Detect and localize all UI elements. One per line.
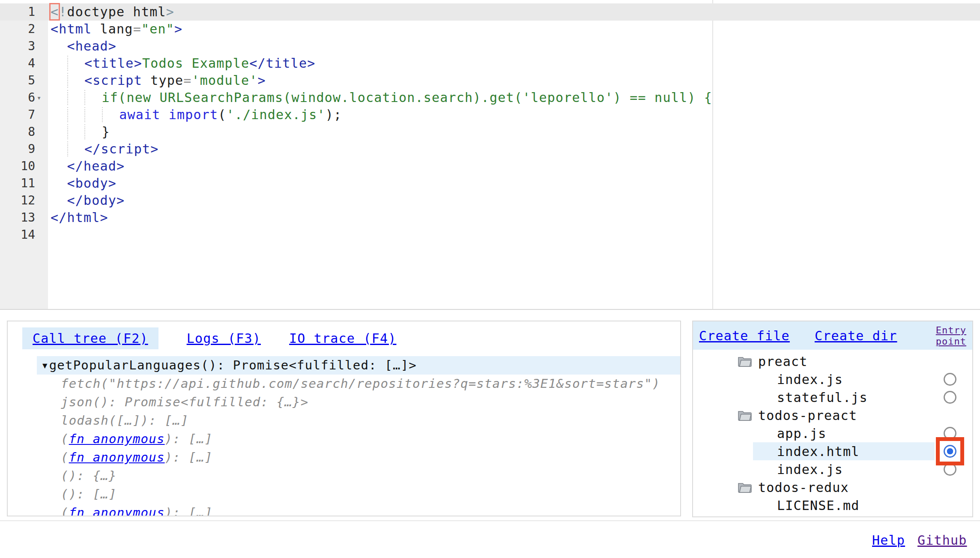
- file-tree-item[interactable]: index.js: [693, 460, 972, 478]
- code-line[interactable]: 2<html lang="en">: [0, 21, 980, 38]
- entry-point-header-line2[interactable]: point: [936, 336, 966, 347]
- fn-anonymous-link[interactable]: fn anonymous: [69, 432, 165, 446]
- fold-column: [35, 226, 48, 243]
- file-tree-dir[interactable]: todos-redux: [693, 478, 972, 496]
- code-line[interactable]: 5 <script type='module'>: [0, 72, 980, 89]
- file-panel-header: Create file Create dir Entry point: [693, 321, 972, 350]
- code-line-text: <title>Todos Example</title>: [48, 55, 315, 72]
- call-tree-row[interactable]: (fn anonymous): […]: [37, 430, 680, 448]
- fn-anonymous-link[interactable]: fn anonymous: [69, 505, 165, 516]
- entry-point-radio[interactable]: [944, 445, 956, 458]
- code-line[interactable]: 13</html>: [0, 209, 980, 226]
- token: [92, 21, 100, 36]
- code-line[interactable]: 12 </body>: [0, 192, 980, 209]
- token: [84, 90, 102, 105]
- code-line[interactable]: 9 </script>: [0, 141, 980, 158]
- call-tree-text: getPopularLanguages(): Promise<fulfilled…: [49, 358, 417, 372]
- token: >: [174, 21, 182, 36]
- code-line[interactable]: 10 </head>: [0, 158, 980, 175]
- file-tree-item[interactable]: index.html: [693, 442, 972, 460]
- fold-arrow-icon[interactable]: ▾: [35, 89, 48, 106]
- code-line[interactable]: 14: [0, 226, 980, 243]
- token: './index.js': [227, 107, 326, 122]
- file-tree-item[interactable]: LICENSE.md: [693, 496, 972, 514]
- reopen-run-window-link[interactable]: (Re)open run window (F7): [491, 524, 648, 558]
- fold-column: [35, 72, 48, 89]
- create-dir-link[interactable]: Create dir: [815, 328, 897, 343]
- line-number-cell: 12: [0, 192, 48, 209]
- line-number-cell: 1: [0, 3, 48, 21]
- token: [67, 124, 85, 139]
- line-number: 11: [21, 175, 35, 192]
- call-tree-row[interactable]: ▾getPopularLanguages(): Promise<fulfille…: [37, 356, 680, 375]
- token: );: [326, 107, 342, 122]
- entry-point-cell: [928, 388, 972, 406]
- clear-io-trace-link[interactable]: Clear IO trace (F6): [307, 524, 422, 558]
- tab-io-trace[interactable]: IO trace (F4): [289, 331, 396, 346]
- fold-column: [35, 55, 48, 72]
- line-number-cell: 7: [0, 106, 48, 123]
- file-tree-item[interactable]: stateful.js: [693, 388, 972, 406]
- line-number: 2: [28, 21, 35, 38]
- code-line[interactable]: 8 }: [0, 123, 980, 141]
- call-tree-row[interactable]: (fn anonymous): […]: [37, 448, 680, 467]
- help-link[interactable]: Help: [872, 531, 905, 549]
- file-tree-dir[interactable]: todos-preact: [693, 406, 972, 424]
- token: [51, 159, 67, 174]
- token: <title>: [84, 56, 142, 71]
- token: [51, 141, 67, 156]
- entry-point-marker: [936, 437, 964, 465]
- code-line[interactable]: 3 <head>: [0, 38, 980, 55]
- fn-anonymous-link[interactable]: fn anonymous: [69, 450, 165, 465]
- call-tree-row[interactable]: fetch("https://api.github.com/search/rep…: [37, 375, 680, 393]
- tab-logs[interactable]: Logs (F3): [187, 331, 261, 346]
- call-tree-row[interactable]: (fn anonymous): […]: [37, 504, 680, 516]
- token: [67, 73, 85, 88]
- code-line[interactable]: 6▾ if(new URLSearchParams(window.locatio…: [0, 89, 980, 106]
- call-tree-text: fetch("https://api.github.com/search/rep…: [61, 376, 660, 391]
- token: [160, 107, 168, 122]
- line-number-cell: 4: [0, 55, 48, 72]
- code-line[interactable]: 7 await import('./index.js');: [0, 106, 980, 123]
- file-tree-dir[interactable]: preact: [693, 352, 972, 370]
- tab-call-tree-label[interactable]: Call tree (F2): [33, 331, 148, 346]
- fold-column: [35, 158, 48, 175]
- call-tree-row[interactable]: (): {…}: [37, 467, 680, 485]
- token: type: [150, 73, 183, 88]
- call-tree-text: ): […]: [165, 505, 213, 516]
- token: [51, 193, 67, 208]
- code-line[interactable]: 1<!doctype html>: [0, 3, 980, 21]
- entry-point-radio[interactable]: [944, 373, 956, 386]
- github-link[interactable]: Github: [917, 531, 967, 549]
- tab-io-trace-label[interactable]: IO trace (F4): [289, 331, 396, 346]
- fold-column: [35, 141, 48, 158]
- call-tree-row[interactable]: lodash([…]): […]: [37, 411, 680, 430]
- token: [67, 56, 85, 71]
- line-number-cell: 2: [0, 21, 48, 38]
- code-line[interactable]: 11 <body>: [0, 175, 980, 192]
- call-tree-row[interactable]: json(): Promise<fulfilled: {…}>: [37, 393, 680, 411]
- tab-call-tree[interactable]: Call tree (F2): [22, 327, 158, 349]
- folder-icon: [738, 355, 752, 367]
- call-tree-text: ): […]: [165, 450, 213, 465]
- entry-point-cell: [928, 442, 972, 460]
- call-tree-text: ▾: [41, 358, 49, 372]
- code-line-text: </html>: [48, 209, 108, 226]
- line-number-cell: 13: [0, 209, 48, 226]
- code-editor[interactable]: 1<!doctype html>2<html lang="en">3 <head…: [0, 0, 980, 310]
- token: </body>: [67, 193, 125, 208]
- token: [51, 90, 67, 105]
- entry-point-header-line1[interactable]: Entry: [936, 325, 966, 336]
- token: doctype html: [67, 4, 166, 19]
- tab-logs-label[interactable]: Logs (F3): [187, 331, 261, 346]
- create-file-link[interactable]: Create file: [699, 328, 790, 343]
- file-tree-item[interactable]: index.js: [693, 370, 972, 388]
- code-line-text: <script type='module'>: [48, 72, 266, 89]
- call-tree-row[interactable]: (): […]: [37, 485, 680, 504]
- code-line-text: <!doctype html>: [48, 3, 174, 21]
- file-tree-item[interactable]: app.js: [693, 424, 972, 442]
- entry-point-radio[interactable]: [944, 391, 956, 404]
- bottom-left-panel: Call tree (F2) Logs (F3) IO trace (F4) ▾…: [7, 321, 681, 516]
- token: [67, 90, 85, 105]
- code-line[interactable]: 4 <title>Todos Example</title>: [0, 55, 980, 72]
